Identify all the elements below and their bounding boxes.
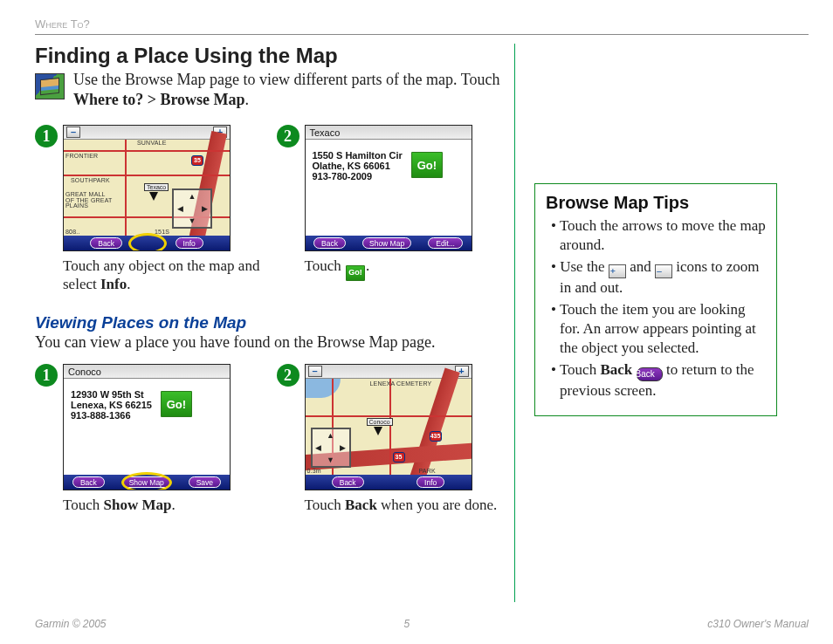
bullet-1-icon: 1 xyxy=(35,364,58,387)
map-label: GREAT MALL OF THE GREAT PLAINS xyxy=(65,192,114,209)
footer-left: Garmin © 2005 xyxy=(35,618,107,630)
page-footer: Garmin © 2005 5 c310 Owner's Manual xyxy=(35,618,809,630)
highlight-ring-icon xyxy=(121,472,172,490)
map-label: SUNVALE xyxy=(137,140,167,146)
intro: Use the Browse Map page to view differen… xyxy=(35,70,502,109)
highway-shield-icon: 435 xyxy=(430,431,442,442)
info-button[interactable]: Info xyxy=(416,476,444,488)
manual-page: Where To? Finding a Place Using the Map … xyxy=(0,0,833,644)
minus-icon: – xyxy=(655,264,672,278)
step-b2: 2 – + xyxy=(277,364,503,514)
detail-title: Texaco xyxy=(308,127,341,138)
bullet-2-icon: 2 xyxy=(277,364,299,387)
intro-text-a: Use the Browse Map page to view differen… xyxy=(73,71,499,88)
go-button[interactable]: Go! xyxy=(159,389,194,419)
bullet-1-icon: 1 xyxy=(35,125,58,147)
two-column-layout: Finding a Place Using the Map Use the Br… xyxy=(35,44,809,602)
edit-button[interactable]: Edit... xyxy=(428,237,463,249)
breadcrumb: Where To? xyxy=(35,17,809,35)
map-scale: 808.. xyxy=(65,229,80,235)
right-column: Browse Map Tips Touch the arrows to move… xyxy=(515,44,777,602)
selection-arrow-icon xyxy=(374,427,382,435)
step-b2-caption: Touch Back when you are done. xyxy=(305,496,498,514)
go-button-inline-icon: Go! xyxy=(345,264,366,282)
screenshot-browse-map: – + SUNVALE FRONTIER xyxy=(63,125,231,251)
plus-icon: + xyxy=(609,264,626,278)
poi-label[interactable]: Conoco xyxy=(367,418,393,426)
highway-shield-icon: 35 xyxy=(393,452,405,462)
address-block: 1550 S Hamilton Cir Olathe, KS 66061 913… xyxy=(313,150,403,182)
map-canvas[interactable]: SUNVALE FRONTIER SOUTHPARK GREAT MALL OF… xyxy=(64,140,230,236)
tip-item: Touch the arrows to move the map around. xyxy=(551,216,766,255)
intro-text-bold: Where to? > Browse Map xyxy=(73,91,245,108)
go-button[interactable]: Go! xyxy=(410,150,444,180)
map-label: FRONTIER xyxy=(65,153,98,159)
subheading-lead: You can view a place you have found on t… xyxy=(35,332,502,353)
step-a2-caption: Touch Go!. xyxy=(305,257,472,282)
browse-map-icon xyxy=(35,73,65,99)
steps-finding: 1 – + xyxy=(35,125,502,294)
pan-arrows[interactable]: ▲ ◀▶ ▼ xyxy=(311,428,351,468)
save-button[interactable]: Save xyxy=(189,476,221,488)
screenshot-result-map: – + LENEXA CEMETERY xyxy=(305,364,472,490)
show-map-button[interactable]: Show Map xyxy=(362,237,411,249)
intro-text: Use the Browse Map page to view differen… xyxy=(73,70,502,109)
step-b1-caption: Touch Show Map. xyxy=(63,496,231,514)
step-b1: 1 Conoco 12930 W 95th St Lenexa, KS 6621… xyxy=(35,364,261,514)
tip-item: Use the + and – icons to zoom in and out… xyxy=(551,257,766,298)
highlight-ring-icon xyxy=(128,233,167,251)
subheading-viewing: Viewing Places on the Map xyxy=(35,313,502,332)
map-label: LENEXA CEMETERY xyxy=(370,380,432,387)
selection-arrow-icon xyxy=(149,192,158,201)
tip-item: Touch Back Back to return to the previou… xyxy=(551,360,766,401)
page-title: Finding a Place Using the Map xyxy=(35,44,502,68)
intro-text-b: . xyxy=(245,91,250,108)
tips-title: Browse Map Tips xyxy=(546,193,766,213)
bullet-2-icon: 2 xyxy=(277,125,299,147)
back-button[interactable]: Back xyxy=(72,476,105,488)
screenshot-conoco-detail: Conoco 12930 W 95th St Lenexa, KS 66215 … xyxy=(63,364,231,490)
highway-shield-icon: 35 xyxy=(191,155,203,166)
detail-title: Conoco xyxy=(66,367,101,377)
back-button[interactable]: Back xyxy=(313,237,346,249)
zoom-out-button[interactable]: – xyxy=(66,127,80,138)
info-button[interactable]: Info xyxy=(176,237,203,249)
poi-label[interactable]: Texaco xyxy=(144,183,169,191)
back-button-inline-icon: Back xyxy=(637,367,663,381)
address-block: 12930 W 95th St Lenexa, KS 66215 913-888… xyxy=(71,389,152,421)
back-button[interactable]: Back xyxy=(90,237,122,249)
zoom-out-button[interactable]: – xyxy=(308,366,322,377)
map-label: PARK xyxy=(419,468,436,474)
steps-viewing: 1 Conoco 12930 W 95th St Lenexa, KS 6621… xyxy=(35,364,502,514)
pan-arrows[interactable]: ▲ ◀▶ ▼ xyxy=(172,188,212,229)
left-column: Finding a Place Using the Map Use the Br… xyxy=(35,44,515,602)
tips-box: Browse Map Tips Touch the arrows to move… xyxy=(534,183,777,416)
map-label: SOUTHPARK xyxy=(71,177,110,183)
tip-item: Touch the item you are looking for. An a… xyxy=(551,300,766,358)
step-a1-caption: Touch any object on the map and select I… xyxy=(63,257,261,294)
map-scale: 0.3m xyxy=(307,468,321,474)
screenshot-texaco-detail: Texaco 1550 S Hamilton Cir Olathe, KS 66… xyxy=(305,125,472,251)
footer-center: 5 xyxy=(404,618,410,630)
map-canvas[interactable]: LENEXA CEMETERY Conoco 35 435 0.3m PARK … xyxy=(306,379,472,475)
step-a2: 2 Texaco 1550 S Hamilton Cir Olathe, KS … xyxy=(277,125,503,294)
tips-list: Touch the arrows to move the map around.… xyxy=(546,216,766,401)
footer-right: c310 Owner's Manual xyxy=(707,618,809,630)
step-a1: 1 – + xyxy=(35,125,261,294)
back-button[interactable]: Back xyxy=(332,476,364,488)
